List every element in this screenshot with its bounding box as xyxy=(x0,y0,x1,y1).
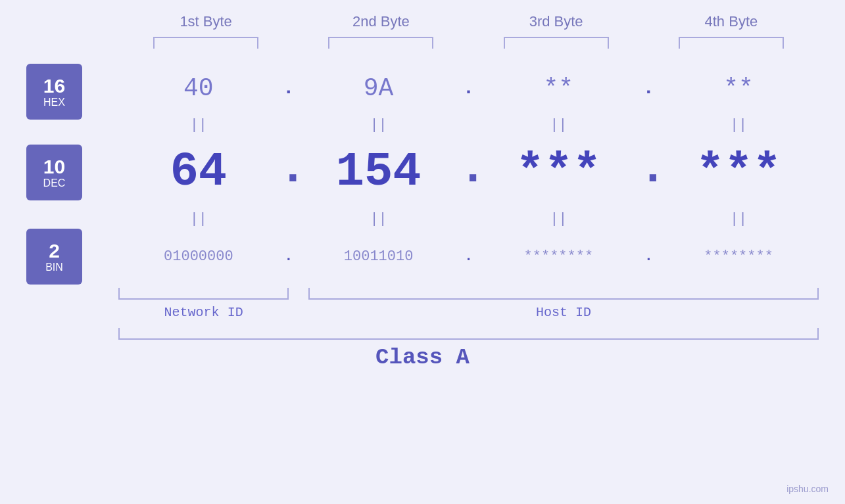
bin-dot3: . xyxy=(639,248,658,265)
class-label-row: Class A xyxy=(26,345,819,370)
bottom-section: Network ID Host ID xyxy=(118,288,819,320)
hex-byte3: ** xyxy=(479,74,639,103)
class-bracket-row xyxy=(118,328,819,340)
top-bracket-2 xyxy=(293,37,468,49)
bin-badge-number: 2 xyxy=(49,240,60,262)
dec-row: 10 DEC 64 . 154 . *** . *** xyxy=(26,136,819,208)
byte1-header: 1st Byte xyxy=(118,13,293,30)
top-bracket-1 xyxy=(118,37,293,49)
dec-dot2: . xyxy=(459,145,479,199)
labels-row: Network ID Host ID xyxy=(118,305,819,320)
byte3-header: 3rd Byte xyxy=(469,13,644,30)
host-bracket xyxy=(308,288,819,300)
eq1-byte4: || xyxy=(658,117,819,133)
labels-dot-spacer xyxy=(289,305,308,320)
network-bracket xyxy=(118,288,289,300)
hex-dot3: . xyxy=(639,77,658,99)
class-section: Class A xyxy=(26,328,819,370)
top-bracket-4 xyxy=(644,37,819,49)
dec-dot3: . xyxy=(639,145,658,199)
hex-byte4: ** xyxy=(658,74,819,103)
bin-dot2: . xyxy=(459,248,479,265)
bin-byte1: 01000000 xyxy=(118,248,279,265)
eq2-byte3: || xyxy=(479,211,639,227)
bin-byte4: ******** xyxy=(658,248,819,265)
top-bracket-3 xyxy=(469,37,644,49)
byte-headers: 1st Byte 2nd Byte 3rd Byte 4th Byte xyxy=(118,13,819,30)
bin-values: 01000000 . 10011010 . ******** . *******… xyxy=(118,248,819,265)
hex-dot1: . xyxy=(279,77,299,99)
class-bracket xyxy=(118,328,819,340)
equals-row-2: || || || || xyxy=(118,211,819,227)
hex-dot2: . xyxy=(459,77,479,99)
dec-values: 64 . 154 . *** . *** xyxy=(118,145,819,199)
eq1-byte1: || xyxy=(118,117,279,133)
hex-badge-label: HEX xyxy=(43,97,65,108)
dec-byte4: *** xyxy=(658,145,819,199)
eq2-byte4: || xyxy=(658,211,819,227)
bottom-brackets-row xyxy=(118,288,819,300)
dec-byte2: 154 xyxy=(299,145,459,199)
eq2-byte1: || xyxy=(118,211,279,227)
host-id-label: Host ID xyxy=(308,305,819,320)
bin-badge: 2 BIN xyxy=(26,229,82,285)
main-container: 1st Byte 2nd Byte 3rd Byte 4th Byte 16 H… xyxy=(0,0,845,504)
bin-byte2: 10011010 xyxy=(299,248,459,265)
dec-dot1: . xyxy=(279,145,299,199)
dec-badge-label: DEC xyxy=(43,177,66,189)
eq2-byte2: || xyxy=(299,211,459,227)
eq1-byte3: || xyxy=(479,117,639,133)
hex-values: 40 . 9A . ** . ** xyxy=(118,74,819,103)
dec-badge-number: 10 xyxy=(43,156,65,177)
hex-badge: 16 HEX xyxy=(26,64,82,120)
hex-badge-number: 16 xyxy=(43,75,65,97)
equals-row-1: || || || || xyxy=(118,117,819,133)
hex-byte1: 40 xyxy=(118,74,279,103)
byte2-header: 2nd Byte xyxy=(293,13,468,30)
hex-row: 16 HEX 40 . 9A . ** . ** xyxy=(26,62,819,114)
dec-badge: 10 DEC xyxy=(26,145,82,200)
watermark: ipshu.com xyxy=(786,484,829,494)
top-brackets xyxy=(118,37,819,49)
bin-dot1: . xyxy=(279,248,299,265)
dec-byte3: *** xyxy=(479,145,639,199)
hex-byte2: 9A xyxy=(299,74,459,103)
bin-byte3: ******** xyxy=(479,248,639,265)
bin-badge-label: BIN xyxy=(45,262,63,273)
eq1-byte2: || xyxy=(299,117,459,133)
bin-row: 2 BIN 01000000 . 10011010 . ******** . *… xyxy=(26,230,819,283)
class-a-label: Class A xyxy=(375,345,470,370)
network-id-label: Network ID xyxy=(118,305,289,320)
byte4-header: 4th Byte xyxy=(644,13,819,30)
dec-byte1: 64 xyxy=(118,145,279,199)
